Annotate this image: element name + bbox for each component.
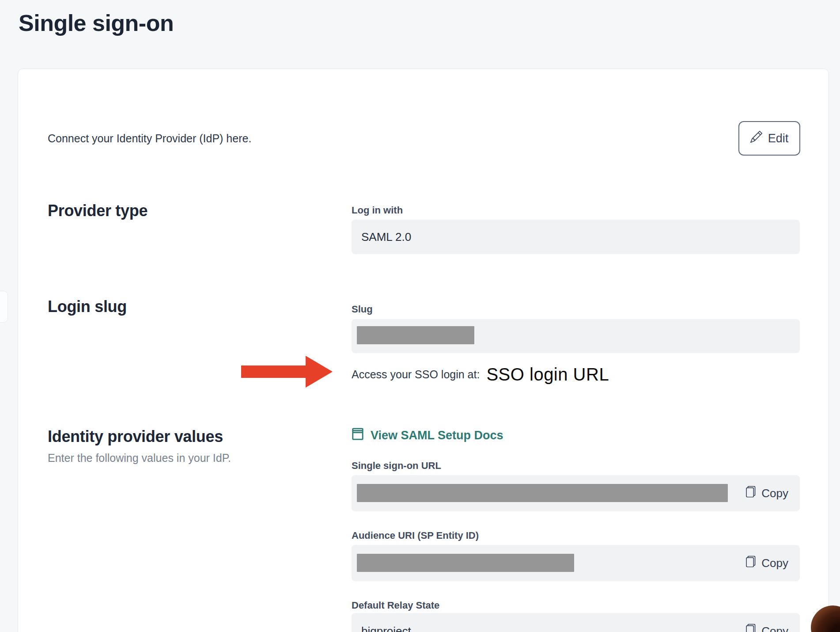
provider-type-value: SAML 2.0 (361, 230, 411, 244)
provider-type-field: SAML 2.0 (352, 220, 800, 254)
sso-url-field: Copy (352, 475, 800, 511)
edit-button-label: Edit (768, 132, 789, 145)
sso-settings-card: Connect your Identity Provider (IdP) her… (18, 69, 829, 632)
copy-audience-uri-button[interactable]: Copy (745, 556, 788, 571)
docs-icon (352, 427, 364, 444)
login-with-label: Log in with (352, 205, 403, 216)
audience-uri-label: Audience URI (SP Entity ID) (352, 530, 479, 541)
audience-uri-field: Copy (352, 545, 800, 581)
copy-icon (745, 624, 756, 632)
idp-values-subheading: Enter the following values in your IdP. (48, 452, 231, 464)
sso-url-redacted-value (357, 484, 728, 502)
copy-button-label: Copy (761, 556, 788, 570)
copy-button-label: Copy (761, 487, 788, 500)
audience-uri-redacted-value (357, 554, 574, 572)
view-saml-setup-docs-link[interactable]: View SAML Setup Docs (352, 427, 503, 444)
slug-field (352, 319, 800, 353)
access-label: Access your SSO login at: (352, 368, 480, 381)
sso-login-access-row: Access your SSO login at: SSO login URL (352, 360, 609, 388)
section-heading-provider-type: Provider type (48, 202, 148, 220)
copy-icon (745, 486, 756, 501)
sso-login-url-value: SSO login URL (486, 365, 609, 385)
left-edge-panel-handle[interactable] (0, 291, 8, 323)
page-title: Single sign-on (19, 10, 174, 36)
red-arrow (241, 365, 306, 378)
copy-icon (745, 556, 756, 571)
red-arrow-head (306, 356, 333, 388)
section-heading-login-slug: Login slug (48, 297, 127, 316)
slug-label: Slug (352, 304, 373, 315)
copy-sso-url-button[interactable]: Copy (745, 486, 788, 501)
intro-text: Connect your Identity Provider (IdP) her… (48, 132, 251, 145)
docs-link-label: View SAML Setup Docs (371, 429, 503, 442)
slug-redacted-value (357, 326, 474, 344)
pencil-icon (750, 131, 762, 146)
copy-relay-state-button[interactable]: Copy (745, 624, 788, 632)
edit-button[interactable]: Edit (738, 121, 800, 156)
default-relay-state-label: Default Relay State (352, 600, 439, 611)
copy-button-label: Copy (761, 624, 788, 632)
default-relay-state-field: bigproject Copy (352, 613, 800, 632)
sso-url-label: Single sign-on URL (352, 460, 441, 472)
default-relay-state-value: bigproject (361, 624, 411, 632)
section-heading-idp-values: Identity provider values (48, 427, 223, 446)
